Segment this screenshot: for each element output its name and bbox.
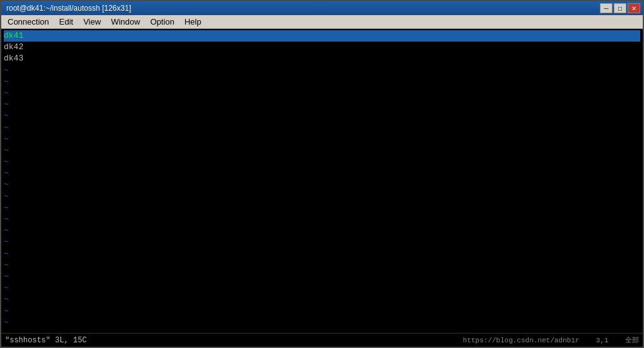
status-position: 3,1 (596, 337, 609, 344)
terminal-line: ~ (4, 214, 640, 225)
terminal-line: ~ (4, 306, 640, 317)
terminal-line: ~ (4, 271, 640, 282)
window-controls: ─ □ ✕ (600, 3, 640, 13)
terminal-line: ~ (4, 99, 640, 110)
menu-window[interactable]: Window (106, 15, 145, 29)
menu-bar: Connection Edit View Window Option Help (1, 15, 643, 29)
terminal-line: ~ (4, 65, 640, 76)
menu-option[interactable]: Option (145, 15, 179, 29)
terminal-line: dk42 (4, 42, 640, 53)
terminal-line: ~ (4, 179, 640, 190)
terminal-line: dk43 (4, 53, 640, 64)
status-mode: 全部 (625, 337, 639, 344)
close-button[interactable]: ✕ (628, 3, 640, 13)
status-file-info: "sshhosts" 3L, 15C (5, 336, 87, 345)
terminal-line: ~ (4, 260, 640, 271)
terminal-line: ~ (4, 76, 640, 88)
terminal-line: ~ (4, 328, 640, 333)
menu-edit[interactable]: Edit (54, 15, 78, 29)
terminal-line: ~ (4, 110, 640, 122)
status-url: https://blog.csdn.net/adnb1r 3,1 全部 (463, 335, 639, 345)
main-window: root@dk41:~/install/autossh [126x31] ─ □… (0, 0, 644, 348)
terminal-line: ~ (4, 294, 640, 305)
status-url-text: https://blog.csdn.net/adnb1r (463, 337, 580, 344)
menu-connection[interactable]: Connection (3, 15, 54, 29)
terminal-line: ~ (4, 156, 640, 168)
terminal-line: ~ (4, 145, 640, 156)
terminal-line: ~ (4, 191, 640, 202)
title-bar: root@dk41:~/install/autossh [126x31] ─ □… (1, 1, 643, 15)
terminal-line: ~ (4, 134, 640, 145)
terminal-line: ~ (4, 282, 640, 294)
terminal-line: ~ (4, 202, 640, 214)
terminal-line: ~ (4, 248, 640, 260)
terminal-area[interactable]: dk41dk42dk43~~~~~~~~~~~~~~~~~~~~~~~~~ (1, 29, 643, 333)
terminal-line: dk41 (4, 30, 640, 42)
menu-view[interactable]: View (78, 15, 106, 29)
maximize-button[interactable]: □ (614, 3, 626, 13)
status-bar: "sshhosts" 3L, 15C https://blog.csdn.net… (1, 333, 643, 347)
menu-help[interactable]: Help (180, 15, 207, 29)
minimize-button[interactable]: ─ (600, 3, 612, 13)
window-title: root@dk41:~/install/autossh [126x31] (4, 4, 131, 13)
terminal-line: ~ (4, 236, 640, 248)
terminal-line: ~ (4, 168, 640, 179)
terminal-line: ~ (4, 122, 640, 134)
terminal-line: ~ (4, 317, 640, 328)
terminal-line: ~ (4, 88, 640, 99)
terminal-line: ~ (4, 225, 640, 236)
